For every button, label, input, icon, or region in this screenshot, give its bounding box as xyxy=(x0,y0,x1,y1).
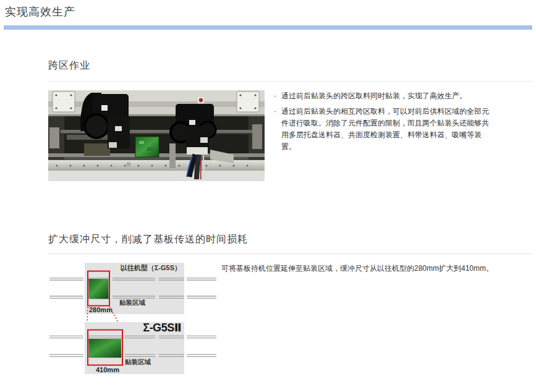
bullet-icon: · xyxy=(274,90,281,102)
feature-list: · 通过前后贴装头的跨区取料同时贴装，实现了高效生产。 · 通过前后贴装头的相互… xyxy=(274,90,491,156)
feature-text: 通过前后贴装头的跨区取料同时贴装，实现了高效生产。 xyxy=(281,90,467,102)
machine-photo-illustration xyxy=(48,90,265,181)
pcb-new xyxy=(89,339,122,358)
feature-text: 通过前后贴装头的相互跨区取料，可以对前后供料区域的全部元件进行吸取。消除了元件配… xyxy=(281,106,491,153)
header-accent-bar xyxy=(4,25,532,30)
new-model-size-label: 410mm xyxy=(96,366,119,373)
buffer-size-diagram: 以往机型（Σ-G5S） 280mm 贴装区域 Σ-G5SⅡ xyxy=(48,260,220,380)
page-title: 实现高效生产 xyxy=(5,4,75,19)
list-item: · 通过前后贴装头的相互跨区取料，可以对前后供料区域的全部元件进行吸取。消除了元… xyxy=(274,106,491,153)
bullet-icon: · xyxy=(274,106,281,153)
section-buffer-title: 扩大缓冲尺寸，削减了基板传送的时间损耗 xyxy=(48,233,248,246)
section-divider xyxy=(48,254,532,254)
section-cross-area-title: 跨区作业 xyxy=(48,59,90,72)
warning-sticker-icon xyxy=(198,97,204,103)
old-model-label: 以往机型（Σ-G5S） xyxy=(121,264,181,272)
buffer-diagram-illustration: 以往机型（Σ-G5S） 280mm 贴装区域 Σ-G5SⅡ xyxy=(48,260,220,380)
buffer-description: 可将基板待机位置延伸至贴装区域，缓冲尺寸从以往机型的280mm扩大到410mm。 xyxy=(221,263,534,275)
new-model-logo: Σ-G5SⅡ xyxy=(143,322,181,334)
machine-interior-photo xyxy=(48,90,265,181)
section-divider xyxy=(48,81,532,82)
placement-area-label-new: 贴装区域 xyxy=(124,358,151,365)
placement-area-label-old: 贴装区域 xyxy=(119,299,146,306)
pcb-old xyxy=(89,279,109,299)
list-item: · 通过前后贴装头的跨区取料同时贴装，实现了高效生产。 xyxy=(274,90,491,102)
old-model-size-label: 280mm xyxy=(89,306,113,313)
